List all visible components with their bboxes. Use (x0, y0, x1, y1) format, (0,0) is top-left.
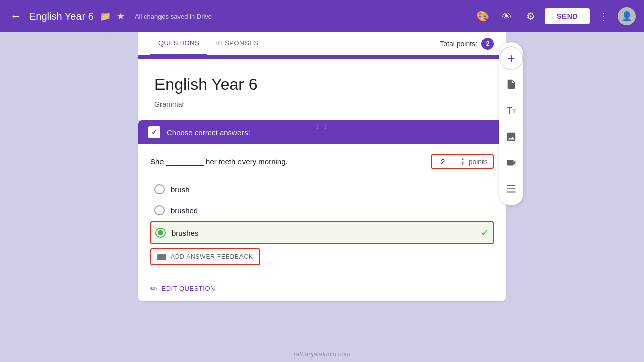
folder-icon[interactable]: 📁 (100, 11, 111, 22)
form-title-topbar: English Year 6 (29, 11, 94, 22)
radio-brush[interactable] (154, 184, 165, 194)
add-title-button[interactable]: TT (499, 99, 523, 123)
topbar-left: ← English Year 6 📁 ★ All changes saved i… (8, 8, 472, 25)
edit-pencil-icon: ✏ (150, 284, 157, 293)
add-image-button[interactable] (499, 125, 523, 149)
points-spinner: ▲ ▼ (461, 157, 465, 166)
points-wrapper: ▲ ▼ points (431, 154, 494, 169)
question-body: She _________ her teeth every morning. ▲… (138, 144, 506, 276)
topbar-right: 🎨 👁 ⚙ SEND ⋮ 👤 (472, 6, 636, 26)
add-question-button[interactable]: + (499, 46, 523, 70)
question-card: ⋮⋮ ✓ Choose correct answers: She _______… (138, 120, 506, 301)
correct-checkmark: ✓ (481, 227, 489, 238)
answer-option-brushes[interactable]: brushes ✓ (150, 221, 494, 244)
total-points-value: 2 (481, 38, 494, 50)
avatar[interactable]: 👤 (618, 7, 636, 25)
answer-text-brushes: brushes (172, 229, 475, 237)
points-input[interactable] (437, 157, 457, 166)
add-video-button[interactable] (499, 151, 523, 175)
tabs-bar: QUESTIONS RESPONSES Total points: 2 (138, 32, 506, 55)
form-wrapper: QUESTIONS RESPONSES Total points: 2 Engl… (138, 32, 506, 362)
drag-handle: ⋮⋮ (312, 120, 332, 132)
total-points: Total points: 2 (440, 38, 494, 50)
question-text: She _________ her teeth every morning. (150, 157, 288, 166)
main-content: QUESTIONS RESPONSES Total points: 2 Engl… (0, 32, 644, 362)
radio-brushes[interactable] (155, 228, 166, 238)
points-up-arrow[interactable]: ▲ (461, 157, 465, 161)
total-points-label: Total points: (440, 40, 477, 48)
import-question-button[interactable] (499, 72, 523, 97)
send-button[interactable]: SEND (545, 8, 590, 24)
form-description: Grammar (154, 100, 490, 108)
back-button[interactable]: ← (8, 8, 23, 25)
add-feedback-label: ADD ANSWER FEEDBACK (171, 253, 253, 260)
points-down-arrow[interactable]: ▼ (461, 162, 465, 166)
right-sidebar: + TT (499, 42, 523, 205)
add-feedback-button[interactable]: ADD ANSWER FEEDBACK (150, 248, 260, 265)
more-options-icon[interactable]: ⋮ (594, 6, 614, 26)
answer-option-brushed[interactable]: brushed (150, 200, 494, 220)
preview-icon[interactable]: 👁 (497, 6, 517, 26)
points-label: points (469, 158, 488, 166)
saved-status: All changes saved in Drive (135, 13, 212, 20)
checkbox-icon: ✓ (148, 126, 160, 138)
settings-icon[interactable]: ⚙ (521, 6, 541, 26)
tab-questions[interactable]: QUESTIONS (150, 32, 207, 55)
edit-question-label: EDIT QUESTION (162, 285, 215, 292)
edit-question-row[interactable]: ✏ EDIT QUESTION (138, 276, 506, 301)
radio-inner-brushes (158, 230, 163, 235)
answer-option-brush[interactable]: brush (150, 179, 494, 199)
radio-brushed[interactable] (154, 205, 165, 215)
form-main-title: English Year 6 (154, 75, 490, 94)
question-header-text: Choose correct answers: (167, 128, 250, 137)
topbar: ← English Year 6 📁 ★ All changes saved i… (0, 0, 644, 32)
tab-responses[interactable]: RESPONSES (207, 32, 266, 55)
answer-text-brush: brush (171, 185, 490, 194)
add-section-button[interactable] (499, 177, 523, 201)
palette-icon[interactable]: 🎨 (472, 6, 493, 26)
question-text-row: She _________ her teeth every morning. ▲… (150, 154, 494, 169)
star-icon[interactable]: ★ (117, 11, 125, 22)
answer-text-brushed: brushed (171, 206, 490, 215)
form-header: English Year 6 Grammar (138, 55, 506, 120)
feedback-icon (157, 254, 166, 260)
